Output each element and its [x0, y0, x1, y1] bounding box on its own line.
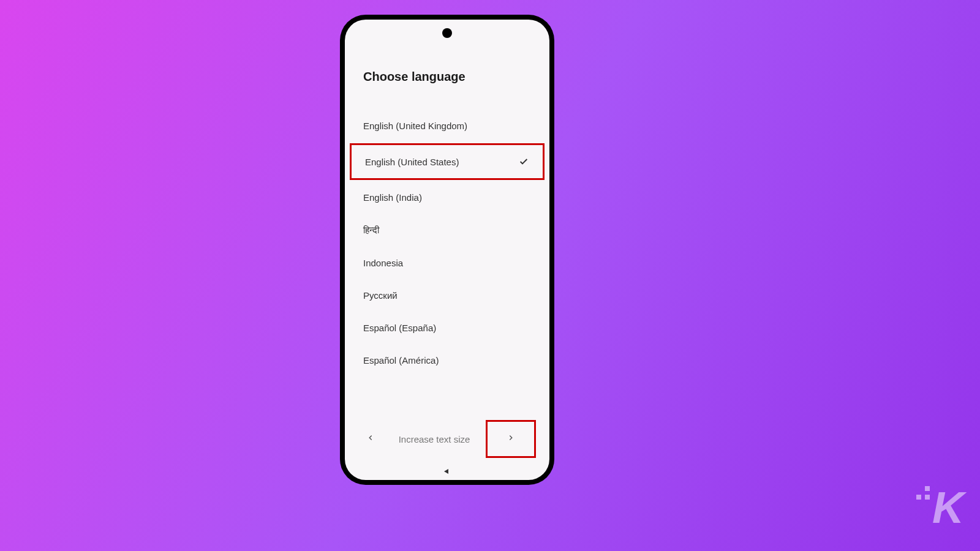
- watermark-dots-icon: [916, 486, 930, 500]
- phone-screen: Choose language English (United Kingdom)…: [345, 20, 549, 480]
- language-option[interactable]: Русский: [350, 279, 545, 312]
- language-option[interactable]: Español (España): [350, 312, 545, 344]
- language-label: English (United Kingdom): [363, 121, 467, 131]
- back-button[interactable]: [358, 427, 383, 451]
- watermark-logo: K: [916, 482, 962, 533]
- language-label: English (India): [363, 192, 422, 203]
- language-list: English (United Kingdom)English (United …: [350, 110, 545, 377]
- next-button[interactable]: [486, 420, 536, 458]
- chevron-left-icon: [366, 433, 375, 444]
- setup-content: Choose language English (United Kingdom)…: [345, 20, 549, 377]
- bottom-bar: Increase text size: [345, 420, 549, 458]
- language-label: Español (América): [363, 355, 439, 365]
- language-option[interactable]: Español (América): [350, 344, 545, 377]
- language-label: Русский: [363, 290, 398, 301]
- language-option[interactable]: English (United Kingdom): [350, 110, 545, 142]
- language-option[interactable]: Indonesia: [350, 247, 545, 279]
- svg-marker-0: [444, 469, 448, 474]
- language-label: English (United States): [365, 157, 459, 167]
- watermark-letter: K: [932, 482, 962, 533]
- language-option[interactable]: English (United States): [350, 143, 545, 180]
- system-back-button[interactable]: [442, 467, 452, 476]
- language-option[interactable]: English (India): [350, 181, 545, 214]
- camera-hole: [442, 28, 452, 38]
- system-nav-bar: [345, 467, 549, 476]
- phone-frame: Choose language English (United Kingdom)…: [340, 15, 554, 485]
- page-title: Choose language: [363, 70, 531, 84]
- bottom-label: Increase text size: [399, 434, 470, 444]
- language-label: Español (España): [363, 323, 436, 333]
- chevron-right-icon: [507, 433, 515, 444]
- language-label: Indonesia: [363, 258, 403, 268]
- language-label: हिन्दी: [363, 225, 379, 236]
- check-icon: [518, 156, 529, 167]
- language-option[interactable]: हिन्दी: [350, 214, 545, 247]
